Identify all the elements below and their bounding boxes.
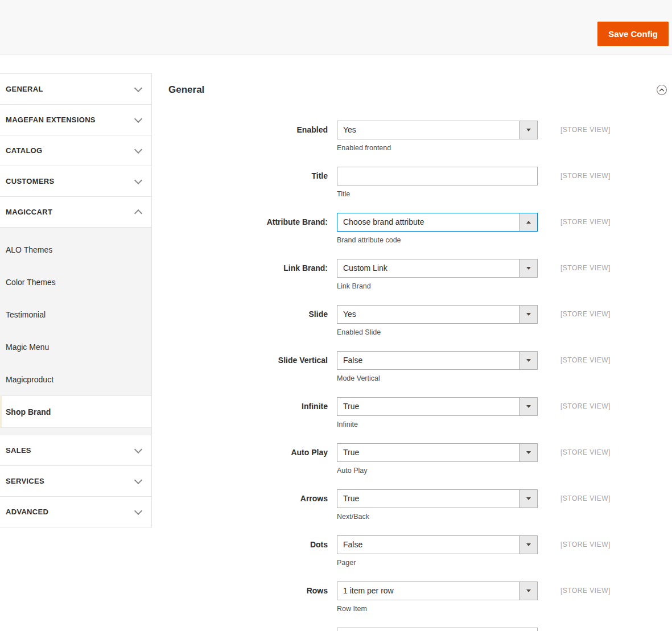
- section-title-row: General: [168, 83, 672, 97]
- sidebar-section-label: MAGICCART: [6, 208, 52, 216]
- sidebar-item-magicproduct[interactable]: Magicproduct: [0, 363, 151, 395]
- sidebar-item-label: Testimonial: [6, 310, 46, 319]
- field-hint: Row Item: [337, 604, 538, 613]
- field-control: Choose brand attributeBrand attribute co…: [337, 213, 538, 245]
- section-title: General: [168, 83, 204, 97]
- dropdown-toggle-button[interactable]: [519, 444, 537, 461]
- select-rows[interactable]: 1 item per row: [337, 581, 538, 600]
- field-hint: Enabled Slide: [337, 328, 538, 337]
- dropdown-toggle-button[interactable]: [519, 213, 537, 231]
- select-value: Yes: [343, 121, 514, 139]
- field-hint: Link Brand: [337, 282, 538, 291]
- select-auto-play[interactable]: True: [337, 443, 538, 462]
- scope-label: [STORE VIEW]: [560, 443, 611, 475]
- sidebar-section-general[interactable]: GENERAL: [0, 74, 151, 105]
- field-row-dots: DotsFalsePager[STORE VIEW]: [168, 535, 672, 567]
- select-value: 1 item per row: [343, 582, 514, 600]
- sidebar-item-shop-brand[interactable]: Shop Brand: [0, 395, 151, 428]
- select-slide-vertical[interactable]: False: [337, 351, 538, 370]
- scope-label: [STORE VIEW]: [560, 351, 611, 383]
- chevron-down-icon: [134, 84, 142, 92]
- field-control: TrueInfinite: [337, 397, 538, 429]
- next-field-input-partial[interactable]: [337, 628, 538, 631]
- sidebar-section-magefan-extensions[interactable]: MAGEFAN EXTENSIONS: [0, 105, 151, 135]
- field-label: Title: [168, 167, 337, 199]
- sidebar-section-label: ADVANCED: [6, 508, 48, 516]
- dropdown-toggle-button[interactable]: [519, 582, 537, 600]
- sidebar-section-services[interactable]: SERVICES: [0, 466, 151, 497]
- select-link-brand[interactable]: Custom Link: [337, 259, 538, 278]
- select-value: Yes: [343, 306, 514, 323]
- field-control: 1 item per rowRow Item: [337, 581, 538, 613]
- sidebar-item-label: Magicproduct: [6, 375, 53, 384]
- field-label: Infinite: [168, 397, 337, 429]
- sidebar-section-magiccart[interactable]: MAGICCART: [0, 197, 151, 228]
- field-control: TrueNext/Back: [337, 489, 538, 521]
- sidebar-section-advanced[interactable]: ADVANCED: [0, 497, 151, 527]
- field-row-rows: Rows1 item per rowRow Item[STORE VIEW]: [168, 581, 672, 613]
- field-row-auto-play: Auto PlayTrueAuto Play[STORE VIEW]: [168, 443, 672, 475]
- dropdown-toggle-button[interactable]: [519, 398, 537, 415]
- field-hint: Infinite: [337, 420, 538, 429]
- triangle-down-icon: [526, 129, 531, 131]
- field-label: Dots: [168, 535, 337, 567]
- sidebar-section-catalog[interactable]: CATALOG: [0, 135, 151, 166]
- field-label: Slide: [168, 305, 337, 337]
- field-hint: Brand attribute code: [337, 236, 538, 245]
- select-dots[interactable]: False: [337, 535, 538, 554]
- sidebar-section-sales[interactable]: SALES: [0, 435, 151, 466]
- dropdown-toggle-button[interactable]: [519, 259, 537, 277]
- select-enabled[interactable]: Yes: [337, 121, 538, 139]
- field-control: Custom LinkLink Brand: [337, 259, 538, 291]
- field-label: Rows: [168, 581, 337, 613]
- field-hint: Next/Back: [337, 512, 538, 521]
- scope-label: [STORE VIEW]: [560, 397, 611, 429]
- field-hint: Pager: [337, 558, 538, 567]
- dropdown-toggle-button[interactable]: [519, 490, 537, 508]
- scope-label: [STORE VIEW]: [560, 489, 611, 521]
- scope-label: [STORE VIEW]: [560, 259, 611, 291]
- triangle-down-icon: [526, 313, 531, 316]
- scope-label: [STORE VIEW]: [560, 535, 611, 567]
- sidebar-item-alo-themes[interactable]: ALO Themes: [0, 233, 151, 266]
- page-header: Save Config: [0, 0, 672, 55]
- dropdown-toggle-button[interactable]: [519, 536, 537, 554]
- sidebar-item-label: Color Themes: [6, 278, 56, 287]
- sidebar-section-label: SERVICES: [6, 477, 44, 485]
- sidebar-item-label: Shop Brand: [6, 407, 51, 416]
- triangle-down-icon: [526, 405, 531, 408]
- dropdown-toggle-button[interactable]: [519, 121, 537, 139]
- sidebar-section-label: CUSTOMERS: [6, 177, 55, 185]
- sidebar-item-label: ALO Themes: [6, 245, 52, 254]
- collapse-section-button[interactable]: [656, 84, 667, 96]
- save-config-button[interactable]: Save Config: [597, 22, 669, 46]
- scope-label: [STORE VIEW]: [560, 213, 611, 245]
- select-slide[interactable]: Yes: [337, 305, 538, 324]
- chevron-up-icon: [134, 209, 142, 217]
- triangle-down-icon: [526, 589, 531, 592]
- chevron-down-icon: [134, 445, 142, 453]
- dropdown-toggle-button[interactable]: [519, 306, 537, 323]
- select-value: False: [343, 352, 514, 369]
- field-label: Enabled: [168, 121, 337, 152]
- triangle-down-icon: [526, 267, 531, 270]
- sidebar-item-testimonial[interactable]: Testimonial: [0, 298, 151, 331]
- text-input-title[interactable]: [337, 167, 538, 185]
- sidebar-item-label: Magic Menu: [6, 343, 49, 352]
- dropdown-toggle-button[interactable]: [519, 352, 537, 369]
- field-hint: Mode Vertical: [337, 374, 538, 383]
- chevron-down-icon: [134, 506, 142, 514]
- field-row-slide-vertical: Slide VerticalFalseMode Vertical[STORE V…: [168, 351, 672, 383]
- sidebar-section-customers[interactable]: CUSTOMERS: [0, 166, 151, 197]
- select-infinite[interactable]: True: [337, 397, 538, 416]
- select-value: Choose brand attribute: [343, 213, 514, 231]
- sidebar-section-label: MAGEFAN EXTENSIONS: [6, 116, 96, 124]
- field-label: Auto Play: [168, 443, 337, 475]
- triangle-down-icon: [526, 359, 531, 362]
- select-arrows[interactable]: True: [337, 489, 538, 508]
- sidebar-item-color-themes[interactable]: Color Themes: [0, 266, 151, 298]
- select-attribute-brand[interactable]: Choose brand attribute: [337, 213, 538, 232]
- field-hint: Title: [337, 189, 538, 199]
- sidebar-subpanel: ALO ThemesColor ThemesTestimonialMagic M…: [0, 228, 151, 435]
- sidebar-item-magic-menu[interactable]: Magic Menu: [0, 331, 151, 363]
